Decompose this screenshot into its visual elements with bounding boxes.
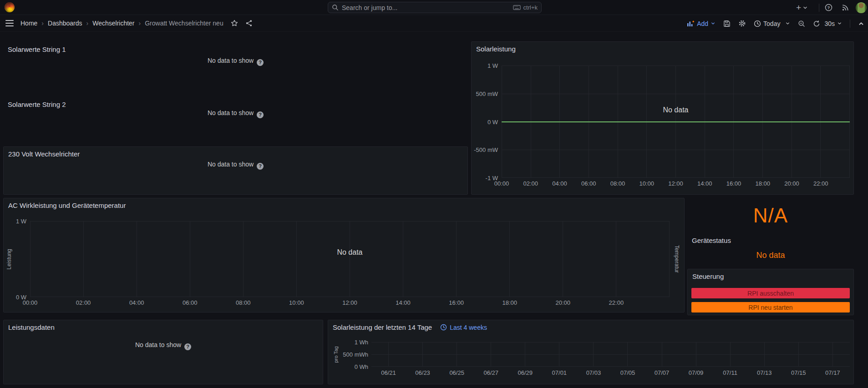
time-range-picker[interactable]: Today: [754, 20, 790, 27]
no-data-message: No data to show?: [4, 161, 467, 170]
stat-value: N/A: [687, 198, 854, 233]
help-icon[interactable]: ?: [257, 111, 264, 118]
breadcrumb-item[interactable]: Home: [20, 20, 37, 27]
help-icon[interactable]: ?: [257, 163, 264, 170]
y-axis-labels: 1 W0 W: [4, 221, 26, 297]
no-data-message: No data to show?: [3, 109, 468, 118]
panel-solarleistung-14-tage: Solarleistung der letzten 14 Tage Last 4…: [328, 320, 854, 384]
no-data-message: No data to show?: [3, 57, 468, 66]
dashboard-settings-icon[interactable]: [738, 20, 746, 27]
plot-area[interactable]: 1 Wh500 mWh0 Wh 06/2106/2306/2506/2706/2…: [371, 342, 850, 367]
vertical-gridlines: 06/2106/2306/2506/2706/2907/0107/0307/05…: [371, 342, 850, 367]
news-icon[interactable]: [842, 4, 849, 11]
add-panel-icon: [687, 20, 695, 27]
search-placeholder: Search or jump to...: [342, 4, 397, 11]
panel-title[interactable]: Solarwerte String 2: [8, 101, 66, 108]
new-button[interactable]: +: [796, 3, 808, 12]
clock-icon: [440, 324, 447, 331]
svg-text:?: ?: [827, 5, 830, 10]
user-avatar[interactable]: [856, 2, 867, 13]
panel-title[interactable]: Leistungsdaten: [8, 323, 55, 331]
panel-title[interactable]: Steuerung: [692, 272, 724, 280]
add-panel-button[interactable]: Add: [687, 20, 716, 27]
zoom-out-icon[interactable]: [798, 20, 805, 27]
grafana-logo[interactable]: [5, 2, 15, 12]
x-axis-labels: 00:0002:0004:0006:0008:0010:0012:0014:00…: [30, 299, 670, 306]
refresh-interval-picker[interactable]: 30s: [824, 20, 842, 27]
plus-icon: +: [796, 3, 801, 12]
star-icon[interactable]: [231, 20, 238, 27]
y-axis-title: pro Tag: [333, 342, 339, 367]
dashboard-toolbar: HomeDashboardsWechselrichterGrowatt Wech…: [0, 15, 868, 32]
chevron-down-icon: [785, 21, 790, 26]
panel-title[interactable]: Gerätestatus: [692, 237, 731, 244]
plot-area[interactable]: 1 W500 mW0 W-500 mW-1 W 00:0002:0004:000…: [502, 66, 850, 178]
chevron-down-icon: [711, 21, 716, 26]
panel-time-link[interactable]: Last 4 weeks: [440, 324, 487, 331]
zero-value-line: [502, 121, 850, 122]
panel-title[interactable]: Solarwerte String 1: [8, 45, 66, 53]
dashboard-canvas: Solarwerte String 1 No data to show? Sol…: [0, 32, 868, 388]
collapse-toolbar-icon[interactable]: [858, 20, 864, 27]
chart-no-data: No data: [502, 106, 850, 114]
breadcrumb: HomeDashboardsWechselrichterGrowatt Wech…: [20, 20, 223, 27]
help-icon[interactable]: ?: [184, 343, 191, 350]
help-icon[interactable]: ?: [257, 59, 264, 66]
divider: [819, 4, 819, 12]
search-input[interactable]: Search or jump to... ctrl+k: [328, 2, 542, 13]
panel-leistungsdaten: Leistungsdaten No data to show?: [3, 320, 323, 384]
clock-icon: [754, 20, 761, 27]
panel-title[interactable]: AC Wirkleistung und Gerätetemperatur: [8, 202, 126, 209]
vertical-gridlines: 00:0002:0004:0006:0008:0010:0012:0014:00…: [30, 221, 670, 297]
keyboard-icon: [513, 5, 521, 10]
panel-ac-wirkleistung: AC Wirkleistung und Gerätetemperatur Lei…: [3, 198, 685, 312]
x-axis-labels: 00:0002:0004:0006:0008:0010:0012:0014:00…: [502, 180, 850, 187]
chevron-down-icon: [837, 21, 842, 26]
panel-title[interactable]: Solarleistung: [476, 45, 516, 53]
save-dashboard-icon[interactable]: [723, 20, 731, 27]
search-shortcut: ctrl+k: [513, 4, 538, 11]
share-icon[interactable]: [245, 20, 253, 27]
panel-title[interactable]: 230 Volt Wechselrichter: [8, 150, 80, 158]
chart-no-data: No data: [30, 248, 670, 257]
y-axis-labels: 1 Wh500 mWh0 Wh: [339, 342, 368, 367]
panel-steuerung: Steuerung RPI ausschalten RPI neu starte…: [687, 269, 854, 315]
top-nav: Search or jump to... ctrl+k + ?: [0, 0, 868, 15]
no-data-message: No data to show?: [4, 341, 323, 350]
rpi-off-button[interactable]: RPI ausschalten: [691, 288, 850, 298]
search-icon: [332, 4, 339, 11]
panel-solarleistung: Solarleistung 1 W500 mW0 W-500 mW-1 W 1 …: [471, 41, 854, 195]
panel-solarwerte-string-2: Solarwerte String 2 No data to show?: [3, 97, 468, 143]
panel-stat: N/A: [687, 198, 854, 233]
help-button[interactable]: ?: [825, 4, 832, 11]
breadcrumb-item[interactable]: Growatt Wechselrichter neu: [135, 20, 223, 27]
refresh-icon[interactable]: [813, 20, 820, 27]
divider: [850, 20, 850, 28]
panel-title[interactable]: Solarleistung der letzten 14 Tage: [333, 323, 432, 331]
panel-solarwerte-string-1: Solarwerte String 1 No data to show?: [3, 42, 468, 90]
rpi-restart-button[interactable]: RPI neu starten: [691, 302, 850, 312]
breadcrumb-item[interactable]: Dashboards: [37, 20, 82, 27]
chevron-down-icon: [802, 5, 808, 10]
plot-area[interactable]: 1 W0 W 00:0002:0004:0006:0008:0010:0012:…: [30, 221, 670, 297]
x-axis-labels: 06/2106/2306/2506/2706/2907/0107/0307/05…: [371, 369, 850, 376]
panel-geraetestatus: Gerätestatus No data: [687, 233, 854, 266]
y-axis-labels: 1 W500 mW0 W-500 mW-1 W: [472, 66, 498, 178]
menu-icon[interactable]: [5, 23, 14, 24]
panel-230-volt-wechselrichter: 230 Volt Wechselrichter No data to show?: [3, 146, 468, 195]
y-axis-right-title: Temperatur: [673, 221, 680, 297]
no-data-message: No data: [687, 251, 854, 260]
breadcrumb-item[interactable]: Wechselrichter: [82, 20, 135, 27]
